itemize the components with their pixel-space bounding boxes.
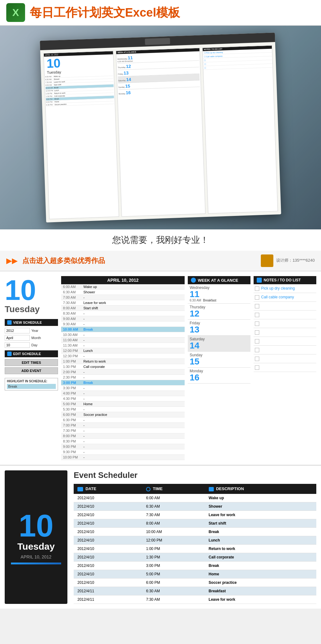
mini-notes: NOTES / TO DO LIST ☐ Pick up dry cleanin… [202,45,278,213]
row-event: - [82,407,185,412]
sidebar-big-date: 10 [5,276,58,304]
view-schedule-icon [7,320,12,325]
todo-checkbox[interactable] [255,357,259,361]
event-row: 2012/4/10 6:30 AM Shower [74,502,316,510]
event-time: 6:30 AM [142,502,205,510]
event-date: 2012/4/10 [74,544,142,553]
schedule-row: 3:30 PM- [61,385,185,391]
event-row: 2012/4/10 5:00 PM Home [74,570,316,578]
edit-schedule-label: EDIT SCHEDULE [13,352,41,356]
event-table-header: DATE TIME DESCRIPTION [74,484,316,494]
time-col-icon [146,487,150,491]
edit-schedule-icon [7,352,12,356]
row-time: 1:30 PM [61,364,82,369]
event-row: 2012/4/10 3:00 PM Break [74,561,316,570]
sidebar-big-day: Tuesday [5,304,58,314]
row-event: - [82,375,185,380]
todo-checkbox[interactable] [255,313,259,317]
col-time-header: TIME [142,484,205,494]
todo-item [254,337,316,346]
row-time: 10:00 AM [61,327,82,332]
row-event: - [82,439,185,444]
row-event: - [82,295,185,300]
row-event: Home [82,401,185,407]
todo-checkbox[interactable] [255,339,259,343]
event-desc: Wake up [205,494,316,502]
day-label: Day [31,343,38,347]
row-event: Break [82,380,185,385]
schedule-row: 8:30 PM- [61,439,185,444]
todo-checkbox[interactable] [255,348,259,352]
schedule-row: 6:00 PMSoccer practice [61,412,185,417]
event-time: 6:00 AM [142,494,205,502]
month-row: Month [5,335,58,341]
event-time: 8:00 AM [142,519,205,527]
header-title: 每日工作计划英文Excel模板 [30,5,180,21]
week-day-num: 11 [190,290,249,299]
event-date: 2012/4/10 [74,578,142,587]
schedule-row: 1:00 PMReturn to work [61,359,185,364]
scheduler-ui: 10 Tuesday VIEW SCHEDULE Year Month Day … [0,271,321,465]
event-time: 7:30 AM [142,595,205,604]
todo-item [254,311,316,319]
schedule-table: 6:00 AMWake up6:30 AMShower7:00 AM-7:30 … [61,284,185,460]
row-event: - [82,417,185,423]
edit-times-button[interactable]: EDIT TIMES [5,359,58,366]
event-date: 2012/4/10 [74,519,142,527]
week-glance: WEEK AT A GLANCE Wednesday 11 6:30 AM Br… [188,276,250,460]
schedule-row: 7:30 PM- [61,428,185,433]
schedule-row: 8:30 AM- [61,311,185,316]
todo-item [254,346,316,354]
todo-checkbox[interactable] [255,330,259,335]
excel-icon [6,3,25,22]
edit-schedule-header: EDIT SCHEDULE [5,350,58,357]
schedule-row: 2:30 PM- [61,375,185,380]
todo-checkbox[interactable] [255,304,259,308]
day-row: Day [5,342,58,348]
todo-checkbox[interactable] [255,365,259,370]
mini-week-content: Wednesday 116:30 AM Breakfast Thursday 1… [116,51,201,97]
add-event-button[interactable]: ADD EVENT [5,367,58,374]
schedule-row: 10:30 AM- [61,332,185,338]
day-input[interactable] [5,342,30,348]
row-time: 7:30 PM [61,428,82,433]
todo-checkbox[interactable] [255,286,259,291]
todo-checkbox[interactable] [255,322,259,326]
row-time: 3:30 PM [61,385,82,391]
schedule-row: 9:00 AM- [61,316,185,322]
schedule-row: 6:30 AMShower [61,290,185,295]
col-desc-label: DESCRIPTION [216,486,244,491]
row-time: 11:00 AM [61,338,82,343]
schedule-row: 3:00 PMBreak [61,380,185,385]
event-scheduler-section: 10 Tuesday APRIL 10, 2012 Event Schedule… [0,465,321,609]
week-day-block: Monday 16 [188,368,250,384]
clipboard-content: APRIL 10, 2012 10 Tuesday 6:00 AMWake up… [40,42,281,223]
mini-rows: 6:00 AMWake up 6:30 AMShower 7:30 AMLeav… [45,72,115,107]
week-day-block: Thursday 12 [188,304,250,320]
week-event-time: 6:30 AM [190,299,201,302]
date-col-icon [77,487,83,491]
row-event: - [82,316,185,322]
event-panel-bar [11,563,61,564]
event-date-label: APRIL 10, 2012 [21,554,51,559]
todo-checkbox[interactable] [255,295,259,300]
week-header-label: WEEK AT A GLANCE [198,278,238,283]
event-row: 2012/4/10 6:00 PM Soccer practice [74,578,316,587]
row-event: - [82,428,185,433]
row-time: 2:30 PM [61,375,82,380]
month-input[interactable] [5,335,30,341]
event-desc: Leave for work [205,595,316,604]
row-event: Shower [82,290,185,295]
schedule-row: 10:00 PM- [61,455,185,460]
todo-item: Pick up dry cleaning [254,284,316,293]
row-event: Wake up [82,284,185,290]
row-time: 9:00 AM [61,316,82,322]
year-input[interactable] [5,328,30,333]
schedule-row: 11:30 AM- [61,343,185,348]
schedule-row: 5:00 PMHome [61,401,185,407]
todo-item [254,319,316,328]
event-time: 3:00 PM [142,561,205,570]
clipboard-preview: APRIL 10, 2012 10 Tuesday 6:00 AMWake up… [40,33,281,223]
more-works-banner[interactable]: ▶▶ 点击进入超多类似优秀作品 设计师：135****6240 [0,251,321,271]
row-event: Return to work [82,359,185,364]
